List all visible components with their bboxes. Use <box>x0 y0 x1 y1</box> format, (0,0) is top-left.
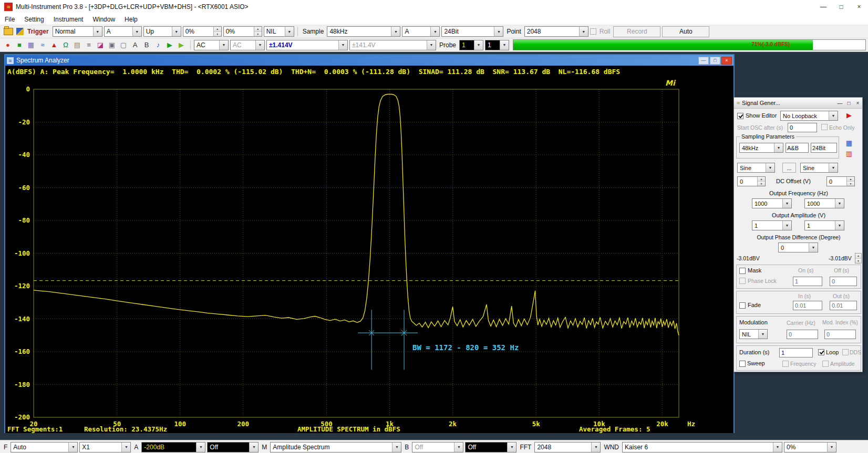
sample-rate-select[interactable]: 48kHz <box>327 26 400 37</box>
dropdown-arrow-icon[interactable] <box>285 27 294 36</box>
dc-offset-b-stepper[interactable]: 0 <box>826 176 855 186</box>
dropdown-arrow-icon[interactable] <box>338 40 347 50</box>
dropdown-arrow-icon[interactable] <box>782 221 791 230</box>
dropdown-arrow-icon[interactable] <box>829 163 838 172</box>
echo-only-checkbox[interactable] <box>821 124 828 130</box>
dropdown-arrow-icon[interactable] <box>132 27 141 36</box>
record-icon[interactable]: ● <box>2 39 14 50</box>
stop-icon[interactable]: ■ <box>14 39 25 50</box>
copy-icon[interactable]: ▢ <box>118 39 129 50</box>
trigger-edge-select[interactable]: Up <box>143 26 181 37</box>
dropdown-arrow-icon[interactable] <box>809 243 818 252</box>
a-range-select[interactable]: -200dB <box>141 442 205 452</box>
editor-icon[interactable]: ▥ <box>843 148 855 159</box>
speaker-icon[interactable]: ♪ <box>152 39 164 50</box>
play-icon[interactable]: ▶ <box>164 39 175 50</box>
run-icon[interactable]: ▶ <box>175 39 187 50</box>
record-button[interactable]: Record <box>613 26 660 37</box>
start-osc-field[interactable]: 0 <box>788 123 817 132</box>
window-function-select[interactable]: Kaiser 6 <box>622 442 782 452</box>
maximize-icon[interactable]: □ <box>844 98 853 108</box>
mask-on-field[interactable]: 1 <box>793 277 822 286</box>
dropdown-arrow-icon[interactable] <box>172 27 181 36</box>
modulation-type-select[interactable]: NIL <box>739 329 768 339</box>
spectrum-analyzer-icon[interactable]: ▲ <box>48 39 60 50</box>
menu-item-help[interactable]: Help <box>120 16 142 23</box>
maximize-icon[interactable]: □ <box>832 0 850 14</box>
dropdown-arrow-icon[interactable] <box>196 443 205 452</box>
close-icon[interactable]: × <box>721 57 732 65</box>
gen-bits-select[interactable]: 24Bit <box>811 143 837 153</box>
range-b-select[interactable]: ±141.4V <box>349 40 436 50</box>
spectrum-3d-plot-icon[interactable]: ▤ <box>71 39 83 50</box>
spin-up-icon[interactable] <box>847 177 854 182</box>
trigger-source-select[interactable]: A <box>104 26 142 37</box>
dropdown-arrow-icon[interactable] <box>591 443 600 452</box>
dropdown-arrow-icon[interactable] <box>249 443 258 452</box>
dropdown-arrow-icon[interactable] <box>68 443 77 452</box>
dropdown-arrow-icon[interactable] <box>494 27 503 36</box>
coupling-a-select[interactable]: AC <box>194 40 229 50</box>
bit-depth-select[interactable]: 24Bit <box>441 26 503 37</box>
oscilloscope-icon[interactable]: ≈ <box>37 39 48 50</box>
points-select[interactable]: 2048 <box>524 26 588 37</box>
dropdown-arrow-icon[interactable] <box>430 27 439 36</box>
duration-field[interactable]: 1 <box>779 348 813 357</box>
spin-down-icon[interactable] <box>855 259 861 264</box>
fade-checkbox[interactable] <box>739 302 746 309</box>
loopback-select[interactable]: No Loopback <box>780 111 838 121</box>
spin-down-icon[interactable] <box>254 32 262 37</box>
spectrum-window-titlebar[interactable]: ≈ Spectrum Analyzer — □ × <box>5 55 733 66</box>
dropdown-arrow-icon[interactable] <box>500 40 509 50</box>
range-a-select[interactable]: ±1.414V <box>266 40 348 50</box>
overlap-select[interactable]: 0% <box>784 442 836 452</box>
waveform-a-select[interactable]: Sine <box>737 163 775 173</box>
dropdown-arrow-icon[interactable] <box>454 443 463 452</box>
hot-panel-icon[interactable]: ▦ <box>25 39 37 50</box>
multimeter-icon[interactable]: Ω <box>60 39 71 50</box>
level-stepper[interactable] <box>855 253 862 264</box>
spin-up-icon[interactable] <box>855 254 861 259</box>
save-icon[interactable]: ▦ <box>843 138 855 149</box>
open-file-icon[interactable] <box>4 28 13 35</box>
gen-rate-select[interactable]: 48kHz <box>739 143 783 153</box>
sweep-checkbox[interactable] <box>739 361 746 367</box>
menu-item-file[interactable]: File <box>0 16 19 23</box>
dropdown-arrow-icon[interactable] <box>474 40 483 50</box>
mask-off-field[interactable]: 0 <box>830 277 857 286</box>
display-mode-select[interactable]: Amplitude Spectrum <box>270 442 401 452</box>
waveform-editor-button[interactable]: ... <box>782 163 796 173</box>
dropdown-arrow-icon[interactable] <box>507 443 516 452</box>
label-a-icon[interactable]: A <box>129 39 141 50</box>
signal-generator-titlebar[interactable]: ≈ Signal Gener... — □ × <box>734 98 862 109</box>
fade-out-field[interactable]: 0.01 <box>830 301 857 310</box>
dropdown-arrow-icon[interactable] <box>766 163 774 172</box>
data-logger-icon[interactable]: ≡ <box>83 39 95 50</box>
sweep-amplitude-checkbox[interactable] <box>822 361 829 367</box>
dropdown-arrow-icon[interactable] <box>835 199 844 208</box>
minimize-icon[interactable]: — <box>698 57 709 65</box>
close-icon[interactable]: × <box>853 98 862 108</box>
zoom-select[interactable]: X1 <box>79 442 131 452</box>
amplitude-b-field[interactable]: 1 <box>804 220 844 230</box>
dc-offset-a-stepper[interactable]: 0 <box>737 176 766 186</box>
start-output-button[interactable]: ▶ <box>846 111 852 119</box>
dropdown-arrow-icon[interactable] <box>427 40 436 50</box>
frequency-axis-select[interactable]: Auto <box>11 442 78 452</box>
fft-size-select[interactable]: 2048 <box>534 442 601 452</box>
carrier-field[interactable]: 0 <box>787 330 818 339</box>
fade-in-field[interactable]: 0.01 <box>793 301 822 310</box>
trigger-mode-select[interactable]: Normal <box>53 26 102 37</box>
sample-channel-select[interactable]: A <box>402 26 440 37</box>
dropdown-arrow-icon[interactable] <box>773 443 782 452</box>
roll-checkbox[interactable] <box>590 28 596 35</box>
dropdown-arrow-icon[interactable] <box>774 143 783 152</box>
menu-item-window[interactable]: Window <box>88 16 120 23</box>
spin-down-icon[interactable] <box>758 182 765 186</box>
dropdown-arrow-icon[interactable] <box>121 443 130 452</box>
auto-button[interactable]: Auto <box>662 26 709 37</box>
dropdown-arrow-icon[interactable] <box>827 443 836 452</box>
spin-up-icon[interactable] <box>214 27 221 32</box>
dds-checkbox[interactable] <box>842 349 849 355</box>
menu-item-instrument[interactable]: Instrument <box>49 16 88 23</box>
